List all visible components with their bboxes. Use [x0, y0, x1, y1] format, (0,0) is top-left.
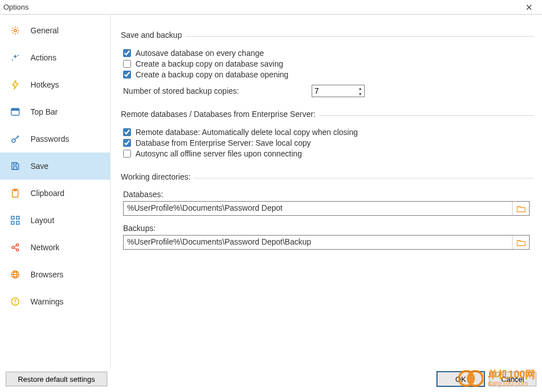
sidebar-item-general[interactable]: General	[0, 17, 110, 44]
group-legend: Save and backup	[117, 31, 185, 40]
cancel-button[interactable]: Cancel	[489, 372, 536, 386]
backups-dir-field[interactable]: %UserProfile%\Documents\Password Depot\B…	[123, 235, 530, 250]
folder-icon[interactable]	[512, 236, 529, 249]
svg-rect-12	[11, 221, 14, 224]
sidebar-item-clipboard[interactable]: Clipboard	[0, 180, 110, 207]
sidebar-item-label: Hotkeys	[30, 80, 59, 89]
content-pane: Save and backup Autosave database on eve…	[111, 15, 542, 368]
autosave-label[interactable]: Autosave database on every change	[136, 49, 264, 58]
window-titlebar: Options	[0, 0, 542, 15]
svg-point-2	[12, 59, 13, 60]
svg-rect-11	[16, 216, 19, 219]
share-icon	[10, 242, 20, 252]
sparkle-icon	[10, 53, 20, 63]
databases-dir-label: Databases:	[123, 190, 532, 199]
svg-rect-13	[16, 221, 19, 224]
spin-down-icon[interactable]: ▼	[356, 91, 364, 97]
sidebar-item-hotkeys[interactable]: Hotkeys	[0, 71, 110, 98]
backups-dir-path[interactable]: %UserProfile%\Documents\Password Depot\B…	[124, 236, 512, 249]
close-icon[interactable]	[519, 0, 539, 15]
sidebar-item-label: Layout	[30, 216, 54, 225]
autosync-label[interactable]: Autosync all offline server files upon c…	[136, 149, 302, 158]
backups-dir-label: Backups:	[123, 224, 532, 233]
sidebar-item-layout[interactable]: Layout	[0, 207, 110, 234]
grid-icon	[10, 215, 20, 225]
svg-point-1	[18, 55, 19, 56]
group-legend: Remote databases / Databases from Enterp…	[117, 110, 319, 119]
backup-on-save-checkbox[interactable]	[123, 60, 131, 68]
key-icon	[10, 134, 20, 144]
sidebar-item-actions[interactable]: Actions	[0, 44, 110, 71]
sidebar-item-label: Warnings	[30, 297, 64, 306]
backup-on-open-checkbox[interactable]	[123, 71, 131, 79]
remote-autodelete-label[interactable]: Remote database: Automatically delete lo…	[136, 128, 358, 137]
databases-dir-path[interactable]: %UserProfile%\Documents\Password Depot	[124, 202, 512, 215]
svg-rect-4	[11, 108, 19, 111]
sidebar-item-passwords[interactable]: Passwords	[0, 125, 110, 153]
bolt-icon	[10, 80, 20, 90]
layout-top-icon	[10, 107, 20, 117]
group-working-dirs: Working directories: Databases: %UserPro…	[119, 178, 534, 262]
dialog-footer: Restore default settings OK Cancel	[0, 369, 542, 392]
sidebar-item-warnings[interactable]: Warnings	[0, 288, 110, 315]
sidebar-item-label: Passwords	[30, 134, 69, 143]
sidebar: General Actions Hotkeys Top Bar Password…	[0, 15, 111, 368]
backup-on-save-label[interactable]: Create a backup copy on database saving	[136, 59, 283, 68]
group-remote: Remote databases / Databases from Enterp…	[119, 115, 534, 164]
num-copies-spinbox[interactable]: ▲ ▼	[312, 85, 365, 97]
spin-up-icon[interactable]: ▲	[356, 85, 364, 91]
enterprise-local-label[interactable]: Database from Enterprise Server: Save lo…	[136, 138, 311, 147]
sidebar-item-label: Network	[30, 243, 59, 252]
backup-on-open-label[interactable]: Create a backup copy on database opening	[136, 70, 289, 79]
window-title: Options	[3, 3, 29, 11]
svg-point-0	[14, 29, 17, 32]
remote-autodelete-checkbox[interactable]	[123, 128, 131, 136]
restore-defaults-button[interactable]: Restore default settings	[6, 372, 107, 386]
enterprise-local-checkbox[interactable]	[123, 139, 131, 147]
sidebar-item-network[interactable]: Network	[0, 234, 110, 261]
svg-rect-7	[14, 163, 16, 165]
group-legend: Working directories:	[117, 172, 194, 181]
svg-point-20	[15, 303, 16, 304]
autosave-checkbox[interactable]	[123, 49, 131, 57]
folder-icon[interactable]	[512, 202, 529, 215]
globe-icon	[10, 269, 20, 280]
clipboard-icon	[10, 188, 20, 198]
svg-rect-10	[11, 216, 14, 219]
databases-dir-field[interactable]: %UserProfile%\Documents\Password Depot	[123, 201, 530, 216]
warning-icon	[10, 297, 20, 307]
sidebar-item-save[interactable]: Save	[0, 153, 110, 180]
svg-rect-6	[14, 167, 17, 169]
save-icon	[10, 161, 20, 171]
svg-point-14	[12, 246, 14, 249]
gear-icon	[10, 25, 20, 36]
sidebar-item-label: Clipboard	[30, 189, 64, 198]
sidebar-item-label: Browsers	[30, 270, 63, 279]
sidebar-item-label: General	[30, 26, 59, 35]
group-save-backup: Save and backup Autosave database on eve…	[119, 36, 534, 102]
sidebar-item-browsers[interactable]: Browsers	[0, 261, 110, 288]
autosync-checkbox[interactable]	[123, 150, 131, 158]
sidebar-item-label: Actions	[30, 53, 56, 62]
num-copies-input[interactable]	[312, 85, 356, 97]
sidebar-item-topbar[interactable]: Top Bar	[0, 98, 110, 125]
sidebar-item-label: Top Bar	[30, 107, 58, 116]
ok-button[interactable]: OK	[437, 372, 484, 386]
sidebar-item-label: Save	[30, 162, 49, 171]
num-copies-label: Number of stored backup copies:	[123, 86, 312, 95]
